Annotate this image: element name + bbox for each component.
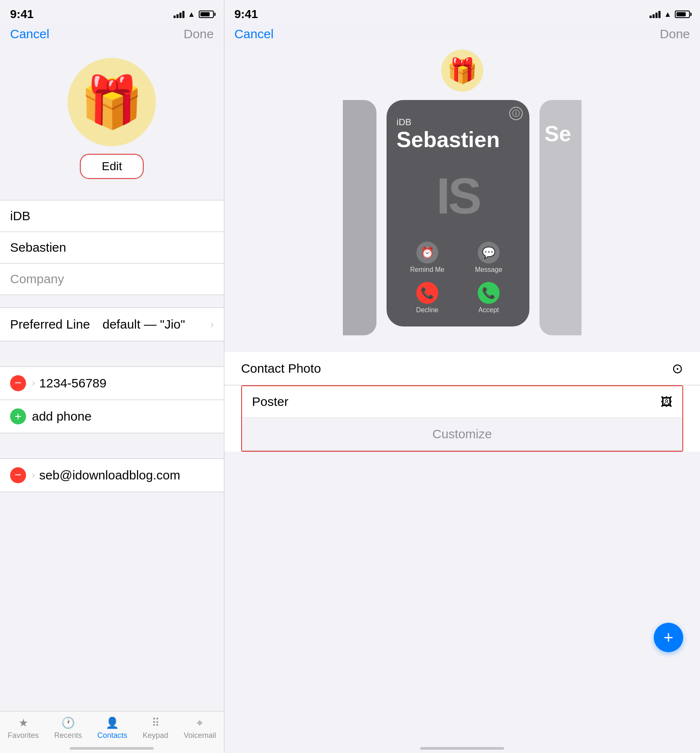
fab-icon: + [663, 628, 673, 647]
right-status-time: 9:41 [234, 8, 258, 21]
poster-row[interactable]: Poster 🖼 [242, 386, 682, 418]
poster-icon: 🖼 [661, 395, 672, 409]
right-cancel-button[interactable]: Cancel [234, 27, 274, 41]
contact-photo-icon[interactable]: ⊙ [672, 361, 683, 376]
voicemail-icon: ⌖ [197, 716, 203, 729]
message-action[interactable]: 💬 Message [458, 237, 519, 278]
preferred-line-row[interactable]: Preferred Line default — "Jio" › [0, 308, 224, 341]
accept-icon: 📞 [478, 282, 500, 304]
add-phone-row[interactable]: + add phone [0, 400, 224, 433]
recents-icon: 🕐 [61, 716, 75, 729]
company-field[interactable]: Company [0, 263, 224, 295]
decline-action[interactable]: 📞 Decline [397, 278, 458, 318]
right-wifi-icon: ▲ [664, 10, 671, 19]
side-card-text: Se [539, 100, 582, 146]
email-row: − › seb@idownloadblog.com [0, 459, 224, 492]
left-cancel-button[interactable]: Cancel [10, 27, 49, 41]
right-avatar-emoji: 🎁 [447, 56, 477, 85]
card-info-button[interactable]: ⓘ [509, 107, 523, 120]
remove-email-button[interactable]: − [10, 467, 26, 483]
recents-label: Recents [54, 731, 82, 740]
signal-icon [174, 11, 184, 18]
edit-button-wrapper: Edit [80, 154, 144, 179]
avatar-emoji: 🎁 [80, 73, 143, 132]
phone-number-field[interactable]: 1234-56789 [39, 376, 106, 390]
tab-contacts[interactable]: 👤 Contacts [97, 716, 127, 745]
first-name-field[interactable]: iDB [0, 200, 224, 232]
message-label: Message [475, 266, 502, 274]
preferred-line-label: Preferred Line [10, 317, 103, 332]
contacts-icon: 👤 [105, 716, 119, 729]
edit-button[interactable]: Edit [82, 155, 142, 177]
poster-row-wrapper: Poster 🖼 Customize [241, 385, 683, 452]
avatar-area: 🎁 Edit [0, 45, 224, 187]
avatar-circle: 🎁 [68, 58, 156, 146]
battery-icon [199, 11, 214, 18]
phone-expand-icon[interactable]: › [32, 378, 35, 389]
contact-photo-section: Contact Photo ⊙ Poster 🖼 Customize [224, 352, 700, 452]
right-done-button[interactable]: Done [660, 27, 690, 41]
remove-phone-button[interactable]: − [10, 375, 26, 391]
right-panel: 9:41 ▲ Cancel Done 🎁 [224, 0, 700, 753]
phone-number-row: − › 1234-56789 [0, 367, 224, 400]
message-icon: 💬 [478, 242, 500, 263]
left-done-button[interactable]: Done [184, 27, 214, 41]
tab-favorites[interactable]: ★ Favorites [8, 716, 39, 745]
card-company: iDB [397, 117, 519, 128]
tab-recents[interactable]: 🕐 Recents [54, 716, 82, 745]
last-name-field[interactable]: Sebastien [0, 232, 224, 263]
email-expand-icon[interactable]: › [32, 470, 35, 481]
cards-container: ⓘ iDB Sebastien IS ⏰ Remind Me 💬 Message [224, 100, 700, 335]
card-actions: ⏰ Remind Me 💬 Message 📞 Decline 📞 Accept [387, 237, 529, 326]
name-fields-section: iDB Sebastien Company [0, 200, 224, 295]
left-status-bar: 9:41 ▲ [0, 0, 224, 23]
keypad-label: Keypad [143, 731, 168, 740]
decline-icon: 📞 [416, 282, 438, 304]
right-nav-bar: Cancel Done [224, 23, 700, 45]
accept-action[interactable]: 📞 Accept [458, 278, 519, 318]
customize-label: Customize [432, 427, 492, 441]
right-status-bar: 9:41 ▲ [224, 0, 700, 23]
right-side-card[interactable]: Se [539, 100, 582, 335]
email-field[interactable]: seb@idownloadblog.com [39, 468, 180, 482]
phone-section: − › 1234-56789 + add phone [0, 366, 224, 433]
right-home-indicator [420, 747, 504, 750]
left-status-time: 9:41 [10, 8, 34, 21]
decline-label: Decline [416, 306, 438, 314]
right-signal-icon [650, 11, 661, 18]
add-phone-label: add phone [32, 409, 92, 424]
left-home-indicator [70, 747, 154, 750]
wifi-icon: ▲ [188, 10, 195, 19]
remind-me-action[interactable]: ⏰ Remind Me [397, 237, 458, 278]
card-name-area: iDB Sebastien [387, 100, 529, 158]
preferred-line-section: Preferred Line default — "Jio" › [0, 308, 224, 341]
favorites-label: Favorites [8, 731, 39, 740]
fab-button[interactable]: + [654, 623, 683, 652]
tab-bar: ★ Favorites 🕐 Recents 👤 Contacts ⠿ Keypa… [0, 711, 224, 753]
remind-me-label: Remind Me [410, 266, 445, 274]
right-avatar: 🎁 [441, 50, 483, 92]
favorites-icon: ★ [18, 716, 28, 729]
contacts-label: Contacts [97, 731, 127, 740]
email-section: − › seb@idownloadblog.com [0, 458, 224, 492]
preferred-line-chevron: › [211, 319, 214, 330]
keypad-icon: ⠿ [152, 716, 160, 729]
left-nav-bar: Cancel Done [0, 23, 224, 45]
tab-voicemail[interactable]: ⌖ Voicemail [184, 716, 216, 745]
accept-label: Accept [478, 306, 499, 314]
main-contact-card[interactable]: ⓘ iDB Sebastien IS ⏰ Remind Me 💬 Message [387, 100, 529, 326]
remind-me-icon: ⏰ [416, 242, 438, 263]
add-phone-button[interactable]: + [10, 408, 26, 424]
card-name: Sebastien [397, 128, 519, 152]
left-side-card[interactable] [343, 100, 376, 335]
voicemail-label: Voicemail [184, 731, 216, 740]
card-initials: IS [387, 158, 529, 237]
right-status-icons: ▲ [650, 10, 690, 19]
poster-area: 🎁 ⓘ iDB Sebastien IS ⏰ Remind Me [224, 45, 700, 753]
preferred-line-value: default — "Jio" [103, 317, 211, 332]
contact-photo-header: Contact Photo ⊙ [224, 352, 700, 385]
left-status-icons: ▲ [174, 10, 214, 19]
customize-row[interactable]: Customize [242, 418, 682, 451]
tab-keypad[interactable]: ⠿ Keypad [143, 716, 168, 745]
right-battery-icon [675, 11, 690, 18]
